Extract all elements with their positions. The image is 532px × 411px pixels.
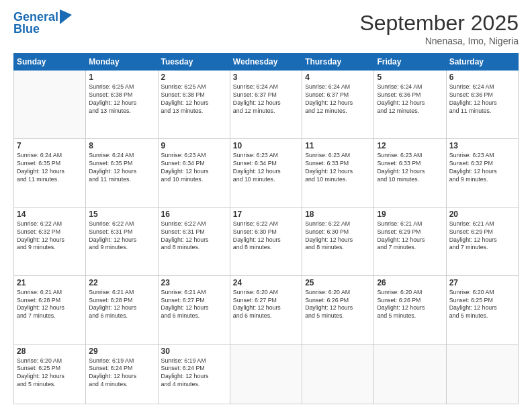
day-number: 10 — [233, 141, 299, 150]
location: Nnenasa, Imo, Nigeria — [359, 36, 519, 46]
cell-info: Sunrise: 6:23 AMSunset: 6:33 PMDaylight:… — [377, 152, 443, 184]
cell-info: Sunrise: 6:23 AMSunset: 6:34 PMDaylight:… — [161, 152, 227, 184]
weekday-header-monday: Monday — [86, 54, 158, 71]
day-number: 30 — [161, 347, 227, 356]
cell-info: Sunrise: 6:25 AMSunset: 6:38 PMDaylight:… — [89, 83, 154, 116]
cell-info: Sunrise: 6:24 AMSunset: 6:37 PMDaylight:… — [305, 83, 371, 116]
day-number: 22 — [89, 278, 154, 287]
calendar-cell: 1Sunrise: 6:25 AMSunset: 6:38 PMDaylight… — [86, 71, 158, 139]
day-number: 18 — [305, 210, 371, 219]
weekday-header-sunday: Sunday — [14, 54, 86, 71]
day-number: 23 — [161, 278, 227, 287]
day-number: 28 — [17, 347, 83, 356]
cell-info: Sunrise: 6:22 AMSunset: 6:31 PMDaylight:… — [161, 220, 227, 253]
day-number: 1 — [89, 73, 154, 82]
cell-info: Sunrise: 6:21 AMSunset: 6:29 PMDaylight:… — [449, 220, 515, 253]
header: General Blue September 2025 Nnenasa, Imo… — [13, 11, 519, 46]
day-number: 15 — [89, 210, 154, 219]
day-number: 8 — [89, 141, 154, 150]
calendar-cell: 5Sunrise: 6:24 AMSunset: 6:36 PMDaylight… — [374, 71, 446, 139]
calendar-cell: 10Sunrise: 6:23 AMSunset: 6:34 PMDayligh… — [230, 138, 302, 207]
calendar-cell: 13Sunrise: 6:23 AMSunset: 6:32 PMDayligh… — [446, 138, 518, 207]
cell-info: Sunrise: 6:22 AMSunset: 6:32 PMDaylight:… — [17, 220, 83, 253]
calendar-cell: 24Sunrise: 6:20 AMSunset: 6:27 PMDayligh… — [230, 275, 302, 344]
calendar-cell: 22Sunrise: 6:21 AMSunset: 6:28 PMDayligh… — [86, 275, 158, 344]
day-number: 4 — [305, 73, 371, 82]
cell-info: Sunrise: 6:23 AMSunset: 6:33 PMDaylight:… — [305, 152, 371, 184]
weekday-header-row: SundayMondayTuesdayWednesdayThursdayFrid… — [14, 54, 519, 71]
cell-info: Sunrise: 6:21 AMSunset: 6:29 PMDaylight:… — [377, 220, 443, 253]
day-number: 14 — [17, 210, 83, 219]
cell-info: Sunrise: 6:24 AMSunset: 6:36 PMDaylight:… — [377, 83, 443, 116]
day-number: 11 — [305, 141, 371, 150]
page: General Blue September 2025 Nnenasa, Imo… — [0, 0, 532, 411]
cell-info: Sunrise: 6:19 AMSunset: 6:24 PMDaylight:… — [89, 357, 154, 390]
calendar-cell: 8Sunrise: 6:24 AMSunset: 6:35 PMDaylight… — [86, 138, 158, 207]
day-number: 20 — [449, 210, 515, 219]
cell-info: Sunrise: 6:21 AMSunset: 6:28 PMDaylight:… — [17, 289, 83, 321]
cell-info: Sunrise: 6:23 AMSunset: 6:34 PMDaylight:… — [233, 152, 299, 184]
cell-info: Sunrise: 6:24 AMSunset: 6:35 PMDaylight:… — [89, 152, 154, 184]
calendar-cell: 7Sunrise: 6:24 AMSunset: 6:35 PMDaylight… — [14, 138, 86, 207]
day-number: 26 — [377, 278, 443, 287]
calendar-cell: 16Sunrise: 6:22 AMSunset: 6:31 PMDayligh… — [158, 207, 230, 275]
day-number: 6 — [449, 73, 515, 82]
weekday-header-thursday: Thursday — [302, 54, 374, 71]
cell-info: Sunrise: 6:20 AMSunset: 6:27 PMDaylight:… — [233, 289, 299, 321]
calendar-cell: 18Sunrise: 6:22 AMSunset: 6:30 PMDayligh… — [302, 207, 374, 275]
calendar-cell: 21Sunrise: 6:21 AMSunset: 6:28 PMDayligh… — [14, 275, 86, 344]
cell-info: Sunrise: 6:25 AMSunset: 6:38 PMDaylight:… — [161, 83, 227, 116]
cell-info: Sunrise: 6:22 AMSunset: 6:30 PMDaylight:… — [233, 220, 299, 253]
calendar-cell: 26Sunrise: 6:20 AMSunset: 6:26 PMDayligh… — [374, 275, 446, 344]
cell-info: Sunrise: 6:20 AMSunset: 6:25 PMDaylight:… — [449, 289, 515, 321]
day-number: 12 — [377, 141, 443, 150]
calendar-cell — [302, 344, 374, 404]
calendar-cell: 15Sunrise: 6:22 AMSunset: 6:31 PMDayligh… — [86, 207, 158, 275]
cell-info: Sunrise: 6:24 AMSunset: 6:37 PMDaylight:… — [233, 83, 299, 116]
cell-info: Sunrise: 6:20 AMSunset: 6:26 PMDaylight:… — [377, 289, 443, 321]
calendar-cell: 4Sunrise: 6:24 AMSunset: 6:37 PMDaylight… — [302, 71, 374, 139]
weekday-header-saturday: Saturday — [446, 54, 518, 71]
day-number: 3 — [233, 73, 299, 82]
calendar-cell: 23Sunrise: 6:21 AMSunset: 6:27 PMDayligh… — [158, 275, 230, 344]
day-number: 25 — [305, 278, 371, 287]
svg-marker-0 — [60, 9, 72, 24]
logo: General Blue — [13, 11, 72, 36]
cell-info: Sunrise: 6:21 AMSunset: 6:28 PMDaylight:… — [89, 289, 154, 321]
calendar-cell: 17Sunrise: 6:22 AMSunset: 6:30 PMDayligh… — [230, 207, 302, 275]
calendar-cell — [446, 344, 518, 404]
day-number: 21 — [17, 278, 83, 287]
cell-info: Sunrise: 6:20 AMSunset: 6:25 PMDaylight:… — [17, 357, 83, 390]
calendar-cell — [374, 344, 446, 404]
logo-text-line2: Blue — [13, 23, 72, 36]
calendar-cell: 12Sunrise: 6:23 AMSunset: 6:33 PMDayligh… — [374, 138, 446, 207]
month-title: September 2025 — [359, 11, 519, 36]
cell-info: Sunrise: 6:21 AMSunset: 6:27 PMDaylight:… — [161, 289, 227, 321]
week-row-1: 1Sunrise: 6:25 AMSunset: 6:38 PMDaylight… — [14, 71, 519, 139]
calendar-cell: 9Sunrise: 6:23 AMSunset: 6:34 PMDaylight… — [158, 138, 230, 207]
cell-info: Sunrise: 6:22 AMSunset: 6:31 PMDaylight:… — [89, 220, 154, 253]
day-number: 7 — [17, 141, 83, 150]
calendar-cell: 19Sunrise: 6:21 AMSunset: 6:29 PMDayligh… — [374, 207, 446, 275]
cell-info: Sunrise: 6:22 AMSunset: 6:30 PMDaylight:… — [305, 220, 371, 253]
week-row-4: 21Sunrise: 6:21 AMSunset: 6:28 PMDayligh… — [14, 275, 519, 344]
calendar-cell: 14Sunrise: 6:22 AMSunset: 6:32 PMDayligh… — [14, 207, 86, 275]
cell-info: Sunrise: 6:20 AMSunset: 6:26 PMDaylight:… — [305, 289, 371, 321]
cell-info: Sunrise: 6:24 AMSunset: 6:36 PMDaylight:… — [449, 83, 515, 116]
title-block: September 2025 Nnenasa, Imo, Nigeria — [359, 11, 519, 46]
weekday-header-friday: Friday — [374, 54, 446, 71]
calendar-cell: 30Sunrise: 6:19 AMSunset: 6:24 PMDayligh… — [158, 344, 230, 404]
calendar-cell: 29Sunrise: 6:19 AMSunset: 6:24 PMDayligh… — [86, 344, 158, 404]
weekday-header-tuesday: Tuesday — [158, 54, 230, 71]
calendar-cell: 3Sunrise: 6:24 AMSunset: 6:37 PMDaylight… — [230, 71, 302, 139]
week-row-2: 7Sunrise: 6:24 AMSunset: 6:35 PMDaylight… — [14, 138, 519, 207]
day-number: 29 — [89, 347, 154, 356]
week-row-5: 28Sunrise: 6:20 AMSunset: 6:25 PMDayligh… — [14, 344, 519, 404]
day-number: 24 — [233, 278, 299, 287]
calendar-cell: 27Sunrise: 6:20 AMSunset: 6:25 PMDayligh… — [446, 275, 518, 344]
day-number: 13 — [449, 141, 515, 150]
week-row-3: 14Sunrise: 6:22 AMSunset: 6:32 PMDayligh… — [14, 207, 519, 275]
day-number: 2 — [161, 73, 227, 82]
cell-info: Sunrise: 6:23 AMSunset: 6:32 PMDaylight:… — [449, 152, 515, 184]
day-number: 27 — [449, 278, 515, 287]
